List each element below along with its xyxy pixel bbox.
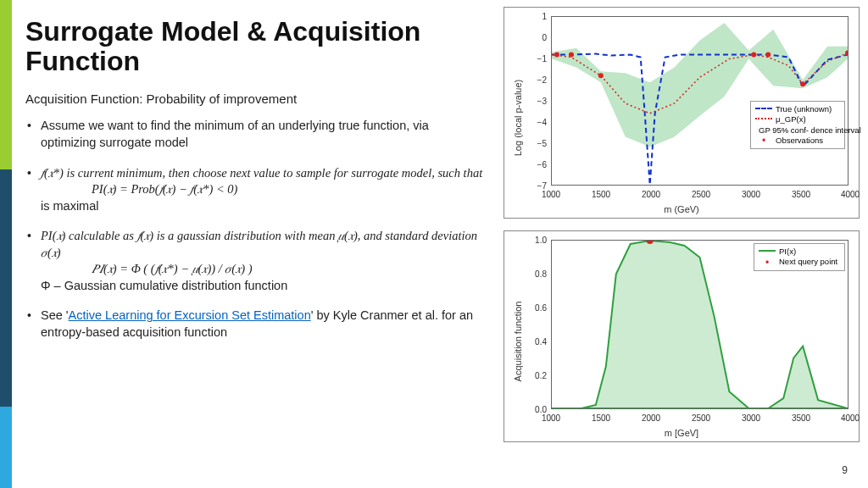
obs-point [598,73,604,78]
bot-legend: PI(x) •Next query point [754,243,845,271]
obs-point [569,53,574,58]
obs-point [751,53,756,58]
accent-bar [0,0,12,488]
reference-link[interactable]: Active Learning for Excursion Set Estima… [69,308,311,322]
page-number: 9 [842,464,848,476]
bot-ylabel: Acquisition function [513,302,523,382]
accent-darkblue [0,169,12,407]
top-ylabel: Log (local p-value) [513,80,523,157]
bullet-3: PI(𝑥) calculable as 𝑓(𝑥) is a gaussian d… [25,228,483,294]
obs-point [554,53,559,58]
slide-title: Surrogate Model & Acquisition Function [25,17,483,76]
accent-green [0,0,12,169]
obs-point [800,81,805,86]
acquisition-chart: Acquisition function m [GeV] 1.0 0.8 0.6… [504,230,860,442]
equation-pi-prob: PI(𝑥) = Prob(𝑓(𝑥) − 𝑓(𝑥*) < 0) [41,181,483,198]
equation-pi-phi: 𝑃𝐼(𝑥) = Φ ( (𝑓(𝑥*) − 𝜇(𝑥)) / 𝜎(𝑥) ) [41,261,483,278]
top-xlabel: m (GeV) [664,204,699,214]
bot-xlabel: m [GeV] [665,428,698,438]
bullet-2: 𝑓(𝑥*) is current minimum, then choose ne… [25,165,483,215]
obs-point [765,53,771,58]
surrogate-chart: Log (local p-value) m (GeV) 1 0 [504,7,860,219]
charts-column: Log (local p-value) m (GeV) 1 0 [504,7,860,454]
bullet-list: Assume we want to find the minimum of an… [25,118,483,341]
slide-text-content: Surrogate Model & Acquisition Function A… [25,17,483,355]
top-legend: True (unknown) μ_GP(x) GP 95% conf- denc… [750,101,845,149]
subtitle: Acquisition Function: Probability of imp… [25,92,483,106]
bullet-1: Assume we want to find the minimum of an… [25,118,483,151]
bullet-4: See 'Active Learning for Excursion Set E… [25,308,483,341]
accent-lightblue [0,407,12,488]
